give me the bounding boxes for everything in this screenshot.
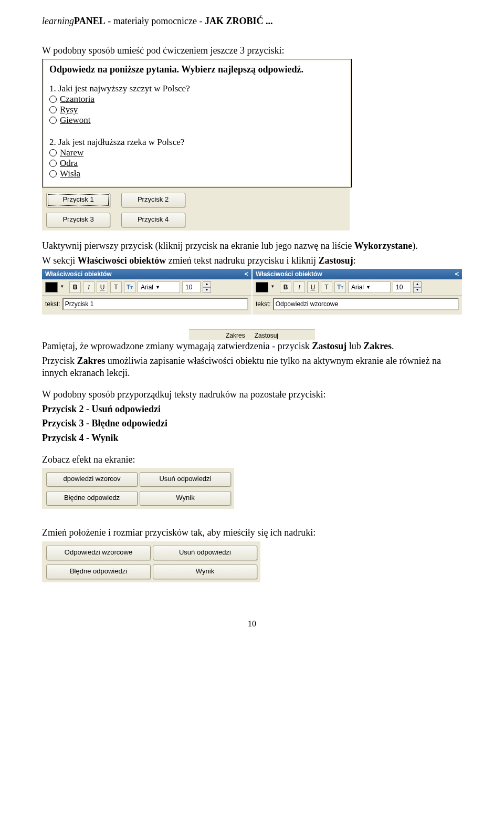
text-button[interactable]: T	[110, 281, 122, 293]
effect-grid-2: Odpowiedzi wzorcowe Usuń odpowiedzi Błęd…	[42, 541, 260, 582]
page-number: 10	[42, 619, 462, 629]
resize-text: Zmień położenie i rozmiar przycisków tak…	[42, 527, 462, 539]
format-toolbar: B I U T TT Arial▼ 10 ▲▼	[253, 279, 462, 296]
przycisk-1-button[interactable]: Przycisk 1	[46, 193, 110, 207]
intro-text: W podobny sposób umieść pod ćwiczeniem j…	[42, 45, 462, 57]
para-remember: Pamiętaj, że wprowadzone zmiany wymagają…	[42, 340, 462, 352]
map-3: Przycisk 3 - Błędne odpowiedzi	[42, 417, 462, 430]
properties-titlebar: Właściwości obiektów <	[42, 269, 251, 279]
size-input[interactable]: 10	[393, 281, 411, 293]
q2-opt-1[interactable]: Narew	[49, 148, 344, 158]
button-grid: Przycisk 1 Przycisk 2 Przycisk 3 Przycis…	[42, 187, 350, 231]
eff-btn-2[interactable]: Usuń odpowiedzi	[140, 472, 231, 487]
para-properties-instr: W sekcji Właściwości obiektów zmień teks…	[42, 255, 462, 267]
page-header: learningPANEL - materiały pomocnicze - J…	[42, 16, 462, 27]
radio-icon	[49, 106, 57, 113]
collapse-icon[interactable]: <	[455, 269, 459, 279]
font-dropdown[interactable]: Arial▼	[138, 281, 180, 293]
map-2: Przycisk 2 - Usuń odpowiedzi	[42, 403, 462, 415]
para-assign: W podobny sposób przyporządkuj teksty na…	[42, 389, 462, 401]
size-spinner[interactable]: ▲▼	[203, 281, 211, 293]
radio-icon	[49, 170, 57, 177]
radio-icon	[49, 96, 57, 103]
hdr-tail: JAK ZROBIĆ ...	[205, 16, 273, 26]
tekst-input-right[interactable]: Odpowiedzi wzorcowe	[273, 298, 459, 310]
przycisk-3-button[interactable]: Przycisk 3	[46, 213, 110, 227]
eff-btn-4[interactable]: Wynik	[140, 491, 231, 506]
q2-opt-3[interactable]: Wisła	[49, 169, 344, 179]
map-4: Przycisk 4 - Wynik	[42, 432, 462, 444]
properties-panel-left: Właściwości obiektów < B I U T TT Arial▼…	[42, 269, 251, 315]
question-2: 2. Jak jest najdłuższa rzeka w Polsce?	[49, 137, 344, 148]
eff2-btn-1[interactable]: Odpowiedzi wzorcowe	[46, 546, 151, 560]
eff2-btn-2[interactable]: Usuń odpowiedzi	[153, 546, 257, 560]
eff-btn-3[interactable]: Błędne odpowiedz	[46, 491, 138, 506]
radio-icon	[49, 149, 57, 156]
bold-button[interactable]: B	[280, 281, 291, 293]
tekst-input-left[interactable]: Przycisk 1	[62, 298, 248, 310]
text-button[interactable]: T	[321, 281, 332, 293]
see-effect: Zobacz efekt na ekranie:	[42, 454, 462, 466]
font-dropdown[interactable]: Arial▼	[348, 281, 391, 293]
przycisk-4-button[interactable]: Przycisk 4	[121, 213, 185, 227]
color-picker[interactable]	[45, 282, 58, 292]
font-color-icon[interactable]: TT	[334, 281, 346, 293]
q1-opt-2[interactable]: Rysy	[49, 104, 344, 115]
eff2-btn-3[interactable]: Błędne odpowiedzi	[46, 564, 151, 579]
q1-opt-1[interactable]: Czantoria	[49, 94, 344, 104]
q1-opt-3[interactable]: Giewont	[49, 115, 344, 126]
italic-button[interactable]: I	[83, 281, 94, 293]
para-zakres-desc: Przycisk Zakres umożliwia zapisanie właś…	[42, 355, 462, 380]
tekst-label: tekst:	[45, 300, 60, 308]
underline-button[interactable]: U	[97, 281, 108, 293]
eff-btn-1[interactable]: dpowiedzi wzorcov	[46, 472, 138, 487]
italic-button[interactable]: I	[293, 281, 305, 293]
properties-titlebar: Właściwości obiektów <	[253, 269, 462, 279]
size-input[interactable]: 10	[182, 281, 201, 293]
hdr-learning: learning	[42, 16, 74, 26]
color-picker[interactable]	[256, 282, 268, 292]
effect-grid-1: dpowiedzi wzorcov Usuń odpowiedzi Błędne…	[42, 468, 234, 509]
font-color-icon[interactable]: TT	[124, 281, 135, 293]
exercise-title: Odpowiedz na poniższe pytania. Wybierz n…	[49, 64, 344, 75]
zakres-zastosuj-bar: Zakres Zastosuj	[189, 329, 315, 340]
hdr-mid: - materiały pomocnicze -	[106, 16, 205, 26]
eff2-btn-4[interactable]: Wynik	[153, 564, 257, 579]
size-spinner[interactable]: ▲▼	[413, 281, 422, 293]
collapse-icon[interactable]: <	[244, 269, 248, 279]
exercise-panel: Odpowiedz na poniższe pytania. Wybierz n…	[42, 59, 352, 187]
question-1: 1. Jaki jest najwyższy szczyt w Polsce?	[49, 83, 344, 94]
para-activate: Uaktywnij pierwszy przycisk (kliknij prz…	[42, 240, 462, 252]
underline-button[interactable]: U	[307, 281, 319, 293]
hdr-panel: PANEL	[74, 16, 106, 26]
radio-icon	[49, 160, 57, 167]
q2-opt-2[interactable]: Odra	[49, 158, 344, 169]
zastosuj-header[interactable]: Zastosuj	[255, 332, 278, 339]
zakres-header[interactable]: Zakres	[226, 332, 245, 339]
bold-button[interactable]: B	[69, 281, 81, 293]
properties-panel-right: Właściwości obiektów < B I U T TT Arial▼…	[253, 269, 462, 315]
radio-icon	[49, 117, 57, 124]
przycisk-2-button[interactable]: Przycisk 2	[121, 193, 185, 207]
properties-row: Właściwości obiektów < B I U T TT Arial▼…	[42, 269, 462, 315]
format-toolbar: B I U T TT Arial▼ 10 ▲▼	[42, 279, 251, 296]
exercise-content: Odpowiedz na poniższe pytania. Wybierz n…	[44, 60, 350, 186]
tekst-label: tekst:	[256, 300, 271, 308]
